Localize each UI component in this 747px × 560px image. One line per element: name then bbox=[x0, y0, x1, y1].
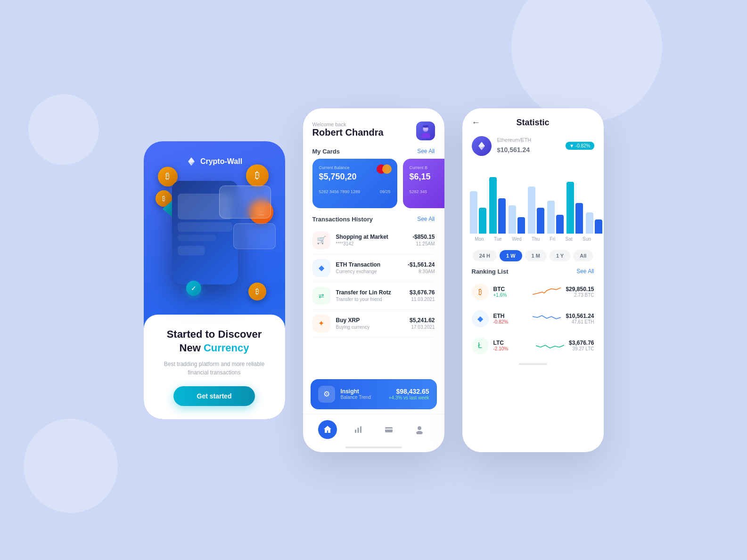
welcome-text: Welcome back bbox=[312, 122, 384, 127]
screen-statistic: ← Statistic Ethereum/ETH $10,561.24 ▼ -0… bbox=[462, 108, 604, 452]
illustration: ₿ ₿ ₿ Ξ ₿ ✓ bbox=[153, 171, 276, 310]
ranking-header: Ranking List See All bbox=[462, 266, 604, 279]
cards-container: Current Balance $5,750,20 5282 3456 7890… bbox=[303, 159, 444, 208]
chart-area: Mon Tue Wed Thu Fri Sat Sun bbox=[462, 156, 604, 245]
nav-card[interactable] bbox=[379, 420, 398, 439]
eth-icon: ◆ bbox=[472, 310, 489, 327]
tx-info-4: Buy XRP Buying currency bbox=[336, 317, 404, 330]
tx-item-1: 🛒 Shopping at Market ****3142 -$850.15 1… bbox=[312, 227, 435, 254]
tx-right-1: -$850.15 11:25AM bbox=[412, 234, 435, 246]
scroll-indicator bbox=[519, 363, 547, 365]
insight-info: Insight Balance Trend bbox=[341, 388, 383, 400]
tx-time-2: 8:30AM bbox=[408, 269, 435, 274]
price-badge: ▼ -0.82% bbox=[566, 142, 594, 150]
tx-time-3: 11.03.2021 bbox=[410, 297, 435, 302]
tx-icon-xrp: ✦ bbox=[312, 315, 330, 333]
tx-title-2: ETH Transaction bbox=[336, 261, 402, 268]
label-sun: Sun bbox=[583, 236, 591, 242]
tx-item-2: ◆ ETH Transaction Currency exchange -$1,… bbox=[312, 254, 435, 282]
transaction-list: 🛒 Shopping at Market ****3142 -$850.15 1… bbox=[303, 227, 444, 374]
tx-right-4: $5,241.62 17.03.2021 bbox=[410, 317, 435, 330]
card-expiry-1: 09/25 bbox=[380, 189, 391, 194]
tx-info-1: Shopping at Market ****3142 bbox=[336, 234, 407, 246]
bg-decoration-3 bbox=[28, 94, 99, 165]
btc-info: BTC +1.6% bbox=[493, 286, 528, 298]
rank-item-eth: ◆ ETH -0.82% $10,561.24 47.61 ETH bbox=[462, 306, 604, 333]
tx-time-1: 11:25AM bbox=[412, 241, 435, 246]
cards-label: My Cards bbox=[312, 148, 340, 155]
label-tue: Tue bbox=[494, 236, 502, 242]
bar-group-tue bbox=[489, 177, 506, 234]
btc-amount: 2.73 BTC bbox=[566, 292, 594, 298]
insight-bar[interactable]: ⚙ Insight Balance Trend $98,432.65 +4.3%… bbox=[311, 379, 437, 409]
app-name: Crypto-Wall bbox=[200, 157, 242, 166]
bar-wed-dark bbox=[517, 217, 525, 234]
nav-home[interactable] bbox=[318, 420, 337, 439]
ranking-label: Ranking List bbox=[472, 268, 509, 275]
insight-amount-block: $98,432.65 +4.3% vs last week bbox=[389, 388, 429, 400]
filter-1y[interactable]: 1 Y bbox=[550, 250, 570, 261]
filter-all[interactable]: All bbox=[573, 250, 593, 261]
insight-amount: $98,432.65 bbox=[389, 388, 429, 395]
tx-right-2: -$1,561.24 8:30AM bbox=[408, 261, 435, 274]
tx-icon-shopping: 🛒 bbox=[312, 231, 330, 249]
get-started-button[interactable]: Get started bbox=[173, 386, 255, 406]
eth-change: -0.82% bbox=[493, 319, 528, 325]
card-number-2: 5282 345 bbox=[410, 189, 444, 194]
insight-change: +4.3% vs last week bbox=[389, 395, 429, 400]
stat-title: Statistic bbox=[516, 118, 549, 128]
glass-card-1 bbox=[219, 186, 271, 219]
bar-sat-light bbox=[566, 182, 574, 234]
eth-price: $10,561.24 47.61 ETH bbox=[566, 313, 594, 325]
tx-info-2: ETH Transaction Currency exchange bbox=[336, 261, 402, 274]
insight-sub: Balance Trend bbox=[341, 395, 383, 400]
card-balance-2: $6,15 bbox=[410, 172, 444, 182]
bar-sun-light bbox=[586, 212, 593, 234]
screen-dashboard: Welcome back Robert Chandra My Cards See… bbox=[303, 108, 444, 452]
tx-sub-3: Transfer to your friend bbox=[336, 297, 404, 302]
ltc-name: LTC bbox=[493, 340, 532, 346]
see-all-cards[interactable]: See All bbox=[417, 148, 435, 154]
coin-price: $10,561.24 bbox=[497, 143, 532, 155]
tx-sub-2: Currency exchange bbox=[336, 269, 402, 274]
eth-usd: $10,561.24 bbox=[566, 313, 594, 319]
label-sat: Sat bbox=[566, 236, 573, 242]
bar-group-wed bbox=[509, 205, 525, 234]
bar-sun-dark bbox=[595, 219, 602, 234]
back-button[interactable]: ← bbox=[472, 118, 480, 128]
ltc-usd: $3,676.76 bbox=[569, 340, 594, 346]
chart-bars bbox=[470, 161, 596, 234]
svg-point-13 bbox=[418, 426, 421, 430]
bar-tue-dark bbox=[498, 198, 506, 234]
tx-amount-3: $3,676.76 bbox=[410, 289, 435, 296]
nav-user[interactable] bbox=[410, 420, 429, 439]
bar-group-sun bbox=[586, 212, 602, 234]
bg-decoration-1 bbox=[511, 0, 662, 122]
ltc-sparkline bbox=[536, 339, 564, 353]
see-all-tx[interactable]: See All bbox=[417, 216, 435, 222]
nav-chart[interactable] bbox=[349, 420, 368, 439]
card-1[interactable]: Current Balance $5,750,20 5282 3456 7890… bbox=[312, 159, 397, 208]
svg-point-4 bbox=[421, 133, 430, 138]
see-all-rank[interactable]: See All bbox=[576, 268, 594, 275]
insight-icon: ⚙ bbox=[318, 386, 335, 403]
btc-name: BTC bbox=[493, 286, 528, 292]
tx-item-4: ✦ Buy XRP Buying currency $5,241.62 17.0… bbox=[312, 310, 435, 338]
card-2[interactable]: Current B $6,15 5282 345 bbox=[403, 159, 444, 208]
eth-info: ETH -0.82% bbox=[493, 313, 528, 325]
tx-sub-4: Buying currency bbox=[336, 325, 404, 330]
bar-fri-light bbox=[547, 201, 555, 234]
filter-24h[interactable]: 24 H bbox=[473, 250, 497, 261]
filter-1m[interactable]: 1 M bbox=[525, 250, 547, 261]
btc-change: +1.6% bbox=[493, 292, 528, 298]
tx-icon-transfer: ⇄ bbox=[312, 287, 330, 305]
bar-sat-dark bbox=[575, 203, 583, 234]
filter-1w[interactable]: 1 W bbox=[500, 250, 522, 261]
card-number-1: 5282 3456 7890 1289 bbox=[319, 189, 361, 194]
card-label-2: Current B bbox=[410, 165, 444, 170]
svg-rect-8 bbox=[355, 430, 356, 433]
tx-title-3: Transfer for Lin Rotz bbox=[336, 289, 404, 296]
bottom-nav bbox=[303, 414, 444, 446]
bar-fri-dark bbox=[556, 215, 564, 234]
time-filters: 24 H 1 W 1 M 1 Y All bbox=[462, 245, 604, 266]
